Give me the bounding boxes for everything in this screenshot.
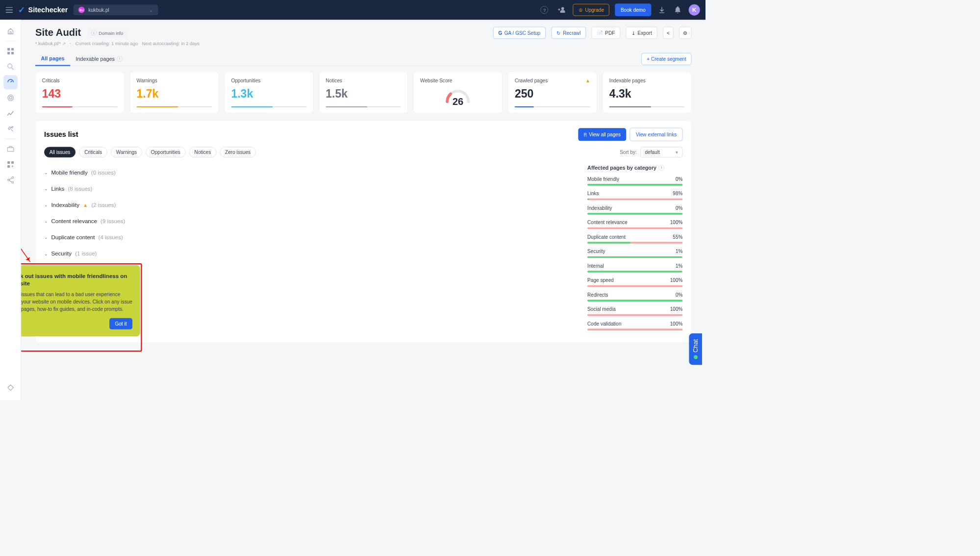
logo[interactable]: ✓ Sitechecker [18, 5, 68, 15]
category-count: (4 issues) [99, 234, 123, 241]
category-count: (1 issue) [75, 251, 97, 257]
issue-category-row[interactable]: ⌄ Security (1 issue) [44, 246, 573, 262]
affected-row[interactable]: Links98% [587, 191, 682, 200]
sidebar-target[interactable] [3, 91, 18, 105]
issue-category-row[interactable]: ⌄ Duplicate content (4 issues) [44, 229, 573, 246]
sidebar-audit[interactable] [3, 75, 18, 89]
svg-rect-1 [7, 48, 10, 51]
bell-icon[interactable] [673, 4, 683, 16]
affected-pct: 0% [676, 205, 683, 211]
stat-value: 250 [515, 88, 590, 101]
affected-row[interactable]: Internal1% [587, 263, 682, 272]
settings-button[interactable]: ⚙ [679, 27, 691, 39]
chevron-down-icon: ⌄ [44, 186, 48, 191]
stat-label: Opportunities [231, 77, 306, 83]
affected-row[interactable]: Duplicate content55% [587, 234, 682, 243]
stat-card[interactable]: Criticals 143 [35, 72, 124, 113]
domain-info-button[interactable]: iDomain info [87, 28, 127, 38]
stat-card[interactable]: Crawled pages ▲ 250 [508, 72, 597, 113]
chat-button[interactable]: Chat [689, 333, 702, 365]
affected-row[interactable]: Mobile friendly0% [587, 176, 682, 185]
issue-category-row[interactable]: ⌄ Mobile friendly (0 issues) [44, 165, 573, 181]
stat-label: Crawled pages ▲ [515, 77, 590, 83]
affected-name: Security [587, 249, 605, 254]
filter-pill[interactable]: Notices [189, 147, 216, 158]
issues-title: Issues list [44, 130, 78, 139]
stat-card[interactable]: Opportunities 1.3k [225, 72, 313, 113]
affected-row[interactable]: Content relevance100% [587, 220, 682, 229]
affected-row[interactable]: Page speed100% [587, 278, 682, 287]
svg-rect-3 [7, 52, 10, 54]
sidebar-home[interactable] [3, 24, 18, 38]
stat-value: 1.5k [326, 88, 401, 101]
category-count: (9 issues) [101, 218, 125, 225]
sidebar-briefcase[interactable] [3, 142, 18, 156]
filter-pill[interactable]: Opportunities [146, 147, 186, 158]
sidebar-diamond[interactable] [3, 380, 18, 395]
svg-rect-2 [11, 48, 14, 51]
sidebar-search[interactable] [3, 60, 18, 74]
recrawl-button[interactable]: ↻Recrawl [551, 27, 586, 39]
affected-row[interactable]: Social media100% [587, 306, 682, 316]
issue-category-row[interactable]: ⌄ Content relevance (9 issues) [44, 213, 573, 229]
pdf-button[interactable]: 📄PDF [592, 27, 620, 39]
book-demo-button[interactable]: Book demo [615, 3, 651, 16]
next-crawl: Next autocrawling: in 2 days [142, 41, 200, 47]
sidebar-dashboard[interactable] [3, 44, 18, 58]
category-name: Links [51, 186, 64, 192]
sidebar-tools[interactable] [3, 122, 18, 136]
stat-card[interactable]: Website Score 26 [413, 72, 502, 113]
filter-pill[interactable]: Warnings [111, 147, 142, 158]
popup-body: Below you see issues that can lead to a … [21, 291, 132, 313]
category-count: (0 issues) [91, 170, 116, 176]
menu-icon[interactable] [6, 7, 13, 13]
sidebar [0, 20, 21, 400]
tab-all-pages[interactable]: All pages [35, 52, 70, 66]
issue-category-row[interactable]: ⌄ Links (8 issues) [44, 181, 573, 197]
view-all-pages-button[interactable]: ⎘View all pages [578, 128, 627, 141]
filter-pill[interactable]: All issues [44, 147, 75, 158]
view-external-links-button[interactable]: View external links [630, 128, 683, 141]
filter-pill[interactable]: Criticals [79, 147, 107, 158]
download-icon[interactable] [657, 4, 667, 15]
chevron-down-icon: ⌄ [44, 235, 48, 240]
tab-indexable-pages[interactable]: Indexable pagesi [70, 52, 128, 66]
crown-icon: ♔ [578, 7, 583, 13]
svg-rect-9 [7, 161, 10, 164]
app-header: ✓ Sitechecker ku kukbuk.pl ⌄ ? ♔Upgrade … [0, 0, 705, 20]
issue-category-row[interactable]: ⌄ Indexability▲ (2 issues) [44, 197, 573, 213]
domain-link[interactable]: *.kukbuk.pl/* ↗ [35, 41, 65, 47]
help-icon[interactable]: ? [538, 4, 550, 16]
stat-card[interactable]: Indexable pages 4.3k [603, 72, 691, 113]
sidebar-share[interactable] [3, 173, 18, 187]
affected-row[interactable]: Code validation100% [587, 321, 682, 330]
logo-text: Sitechecker [28, 6, 68, 14]
stat-value: 1.3k [231, 88, 306, 101]
upgrade-button[interactable]: ♔Upgrade [573, 4, 609, 16]
stat-card[interactable]: Warnings 1.7k [130, 72, 219, 113]
chevron-down-icon: ⌄ [44, 219, 48, 224]
filter-pill[interactable]: Zero issues [220, 147, 256, 158]
ga-gsc-button[interactable]: GGA / GSC Setup [493, 27, 546, 39]
sidebar-trends[interactable] [3, 106, 18, 121]
export-button[interactable]: ⤓Export [626, 27, 657, 39]
sidebar-integrations[interactable] [3, 157, 18, 172]
sort-select[interactable]: default▾ [640, 147, 682, 158]
share-button[interactable]: < [663, 27, 674, 39]
popup-gotit-button[interactable]: Got it [109, 318, 132, 329]
crawl-status: Current crawling: 1 minute ago [75, 41, 138, 47]
annotation-arrow [21, 224, 30, 262]
stat-value: 1.7k [137, 88, 212, 101]
affected-row[interactable]: Redirects0% [587, 292, 682, 301]
affected-row[interactable]: Security1% [587, 249, 682, 258]
create-segment-button[interactable]: + Create segment [641, 53, 691, 65]
affected-row[interactable]: Indexability0% [587, 205, 682, 214]
add-user-icon[interactable] [556, 4, 567, 15]
svg-point-13 [12, 177, 14, 178]
user-avatar[interactable]: K [689, 4, 700, 16]
site-selector[interactable]: ku kukbuk.pl ⌄ [74, 4, 158, 15]
chevron-down-icon: ⌄ [44, 202, 48, 207]
chevron-down-icon: ⌄ [44, 170, 48, 175]
stat-card[interactable]: Notices 1.5k [319, 72, 408, 113]
svg-point-7 [9, 97, 12, 100]
